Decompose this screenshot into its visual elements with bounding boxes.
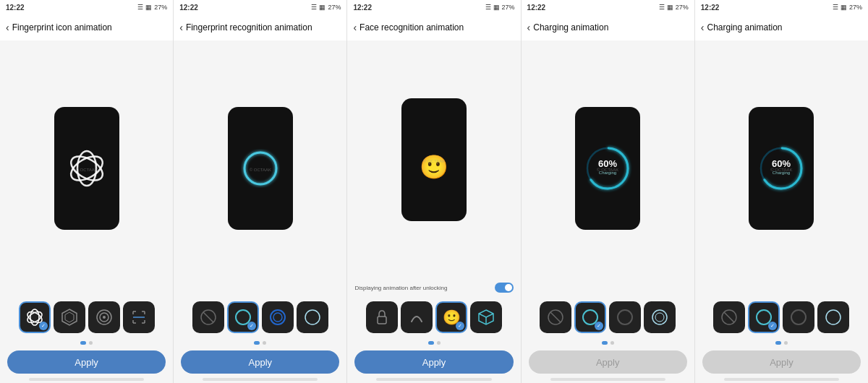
dot-1	[437, 341, 441, 345]
thumbnail-item-2[interactable]	[609, 301, 641, 333]
phone-mockup: © OCTAAK	[54, 107, 119, 230]
svg-point-29	[618, 310, 632, 324]
header: ‹ Fingerprint icon animation	[0, 14, 173, 40]
svg-line-27	[550, 312, 561, 322]
thumbnail-item-2[interactable]	[783, 301, 814, 333]
status-time: 12:22	[179, 4, 198, 12]
dot-0	[775, 341, 781, 345]
signal-icon: ▦	[493, 4, 500, 11]
toggle-row: Displaying animation after unlocking	[347, 279, 520, 296]
thumbnail-item-0[interactable]: ✓	[19, 301, 51, 333]
battery-indicator: 27%	[849, 4, 862, 11]
status-time: 12:22	[701, 4, 720, 12]
status-bar: 12:22 ☰ ▦ 27%	[695, 0, 868, 14]
page-dots	[0, 338, 173, 348]
svg-point-39	[791, 310, 806, 324]
page-dots	[347, 338, 520, 348]
bottom-bar	[376, 378, 491, 381]
status-bar: 12:22 ☰ ▦ 27%	[347, 0, 520, 14]
thumbnail-item-0[interactable]	[713, 301, 745, 333]
phone-mockup: © OCTAAK	[228, 107, 293, 230]
apply-button[interactable]: Apply	[354, 350, 513, 374]
thumbnail-item-2[interactable]	[262, 301, 294, 333]
watermark: © OCTAAK	[75, 168, 97, 172]
apply-button[interactable]: Apply	[181, 350, 339, 374]
dot-0	[80, 341, 86, 345]
apply-button[interactable]: Apply	[702, 350, 861, 374]
header: ‹ Charging animation	[522, 14, 694, 40]
phone-mockup: 60% Charging © OCTAAK	[749, 107, 814, 230]
thumbnail-strip: ✓	[0, 296, 173, 338]
thumbnail-item-3[interactable]	[123, 301, 155, 333]
status-time: 12:22	[6, 4, 25, 12]
bottom-bar	[724, 378, 839, 381]
dot-1	[784, 341, 788, 345]
preview-area: © OCTAAK	[0, 40, 173, 296]
thumbnail-item-3[interactable]	[470, 301, 502, 333]
thumbnail-item-2[interactable]: 🙂✓	[435, 301, 467, 333]
dot-0	[602, 341, 608, 345]
svg-point-16	[271, 310, 285, 324]
apply-button[interactable]: Apply	[7, 350, 166, 374]
thumbnail-item-1[interactable]: ✓	[574, 301, 606, 333]
status-bar: 12:22 ☰ ▦ 27%	[522, 0, 694, 14]
dot-0	[428, 341, 434, 345]
status-time: 12:22	[527, 4, 546, 12]
header-title: Charging animation	[533, 22, 608, 33]
apply-button[interactable]: Apply	[529, 350, 687, 374]
svg-point-18	[305, 310, 320, 324]
status-bar: 12:22 ☰ ▦ 27%	[174, 0, 346, 14]
watermark: © OCTAAK	[423, 159, 445, 163]
svg-point-17	[273, 313, 282, 322]
thumbnail-item-3[interactable]	[644, 301, 676, 333]
thumbnail-item-0[interactable]	[192, 301, 224, 333]
header-title: Charging animation	[707, 22, 782, 33]
bottom-bar	[550, 378, 665, 381]
header: ‹ Fingerprint recognition animation	[174, 14, 346, 40]
status-time: 12:22	[353, 4, 372, 12]
dot-1	[610, 341, 614, 345]
status-icons: ☰ ▦ 27%	[137, 4, 167, 11]
status-bar: 12:22 ☰ ▦ 27%	[0, 0, 173, 14]
thumbnail-item-0[interactable]	[540, 301, 571, 333]
header: ‹ Face recognition animation	[347, 14, 520, 40]
thumbnail-item-1[interactable]	[401, 301, 433, 333]
svg-rect-19	[378, 317, 386, 324]
svg-marker-7	[65, 312, 74, 322]
back-icon[interactable]: ‹	[353, 22, 357, 33]
watermark: © OCTAAK	[597, 168, 618, 172]
thumbnail-item-3[interactable]	[817, 301, 849, 333]
page-dots	[695, 338, 868, 348]
phone-mockup: 60% Charging © OCTAAK	[575, 107, 640, 230]
thumbnail-item-0[interactable]	[366, 301, 398, 333]
watermark: © OCTAAK	[770, 168, 792, 172]
svg-point-31	[655, 313, 664, 322]
preview-area: 60% Charging © OCTAAK	[695, 40, 868, 296]
wifi-icon: ☰	[659, 4, 665, 11]
header-title: Face recognition animation	[359, 22, 464, 33]
preview-area: © OCTAAK	[174, 40, 346, 296]
thumbnail-item-2[interactable]	[88, 301, 120, 333]
header: ‹ Charging animation	[695, 14, 868, 40]
dot-1	[263, 341, 266, 345]
signal-icon: ▦	[145, 4, 152, 11]
svg-point-40	[826, 310, 841, 324]
check-mark: ✓	[39, 322, 48, 330]
thumbnail-strip: ✓	[695, 296, 868, 338]
back-icon[interactable]: ‹	[527, 22, 531, 33]
thumbnail-strip: 🙂✓	[347, 296, 520, 338]
back-icon[interactable]: ‹	[179, 22, 183, 33]
thumbnail-item-1[interactable]	[54, 301, 85, 333]
preview-area: 🙂 © OCTAAK	[347, 40, 520, 279]
thumbnail-item-3[interactable]	[297, 301, 328, 333]
back-icon[interactable]: ‹	[6, 22, 9, 33]
toggle-switch[interactable]	[495, 283, 514, 293]
thumbnail-strip: ✓	[174, 296, 346, 338]
svg-point-10	[103, 316, 106, 319]
thumbnail-item-1[interactable]: ✓	[748, 301, 780, 333]
watermark: © OCTAAK	[250, 168, 271, 172]
svg-point-30	[652, 310, 667, 324]
header-title: Fingerprint icon animation	[12, 22, 112, 33]
thumbnail-item-1[interactable]: ✓	[227, 301, 259, 333]
back-icon[interactable]: ‹	[701, 22, 705, 33]
